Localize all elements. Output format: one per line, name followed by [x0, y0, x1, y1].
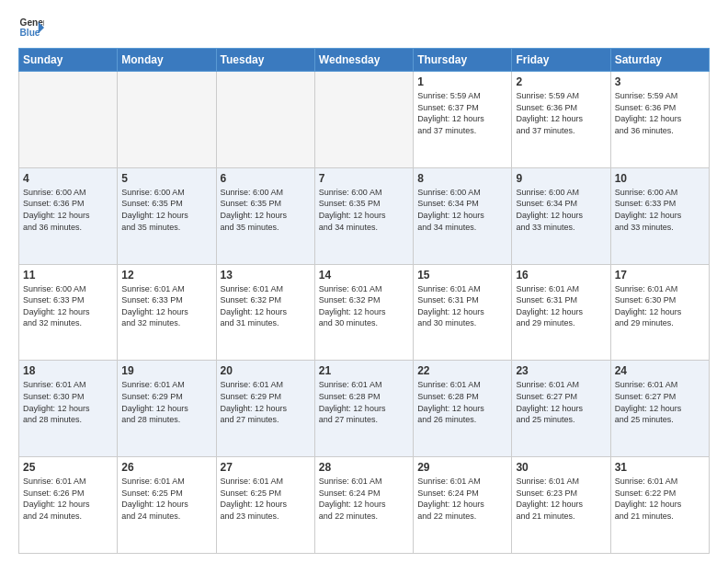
day-number: 1	[417, 75, 507, 88]
day-number: 20	[221, 364, 311, 377]
calendar-day-cell: 10Sunrise: 6:00 AM Sunset: 6:33 PM Dayli…	[610, 167, 709, 264]
calendar-day-cell: 25Sunrise: 6:01 AM Sunset: 6:26 PM Dayli…	[19, 457, 118, 554]
day-number: 31	[615, 461, 705, 474]
page: General Blue SundayMondayTuesdayWednesda…	[0, 0, 728, 563]
day-info: Sunrise: 6:01 AM Sunset: 6:23 PM Dayligh…	[516, 476, 606, 522]
calendar-day-cell: 22Sunrise: 6:01 AM Sunset: 6:28 PM Dayli…	[414, 361, 512, 457]
day-number: 15	[417, 269, 507, 282]
day-number: 25	[23, 461, 113, 474]
day-number: 28	[319, 461, 409, 474]
day-number: 27	[221, 461, 311, 474]
calendar-day-cell: 4Sunrise: 6:00 AM Sunset: 6:36 PM Daylig…	[19, 167, 118, 264]
logo: General Blue	[18, 15, 44, 40]
day-info: Sunrise: 6:01 AM Sunset: 6:28 PM Dayligh…	[417, 379, 507, 425]
day-number: 9	[516, 172, 606, 185]
calendar-week-row: 11Sunrise: 6:00 AM Sunset: 6:33 PM Dayli…	[19, 264, 710, 361]
calendar-day-cell: 31Sunrise: 6:01 AM Sunset: 6:22 PM Dayli…	[610, 457, 709, 554]
calendar-table: SundayMondayTuesdayWednesdayThursdayFrid…	[18, 48, 710, 554]
day-number: 17	[615, 269, 705, 282]
day-number: 2	[516, 75, 606, 88]
day-number: 23	[516, 364, 606, 377]
calendar-day-header: Saturday	[610, 49, 709, 72]
calendar-day-cell: 6Sunrise: 6:00 AM Sunset: 6:35 PM Daylig…	[216, 167, 314, 264]
day-number: 3	[615, 75, 705, 88]
calendar-day-cell: 29Sunrise: 6:01 AM Sunset: 6:24 PM Dayli…	[414, 457, 512, 554]
calendar-day-cell: 21Sunrise: 6:01 AM Sunset: 6:28 PM Dayli…	[314, 361, 413, 457]
calendar-day-cell: 17Sunrise: 6:01 AM Sunset: 6:30 PM Dayli…	[610, 264, 709, 361]
calendar-day-cell: 8Sunrise: 6:00 AM Sunset: 6:34 PM Daylig…	[414, 167, 512, 264]
day-info: Sunrise: 6:00 AM Sunset: 6:33 PM Dayligh…	[615, 187, 705, 233]
day-number: 14	[319, 269, 409, 282]
day-info: Sunrise: 6:00 AM Sunset: 6:35 PM Dayligh…	[121, 187, 211, 233]
calendar-day-header: Tuesday	[216, 49, 314, 72]
calendar-day-cell	[314, 72, 413, 168]
day-number: 24	[615, 364, 705, 377]
day-info: Sunrise: 6:01 AM Sunset: 6:30 PM Dayligh…	[615, 283, 705, 329]
day-number: 29	[417, 461, 507, 474]
day-info: Sunrise: 5:59 AM Sunset: 6:36 PM Dayligh…	[516, 90, 606, 136]
svg-text:Blue: Blue	[20, 28, 40, 38]
calendar-day-cell: 23Sunrise: 6:01 AM Sunset: 6:27 PM Dayli…	[512, 361, 610, 457]
calendar-day-cell: 15Sunrise: 6:01 AM Sunset: 6:31 PM Dayli…	[414, 264, 512, 361]
day-number: 30	[516, 461, 606, 474]
calendar-day-cell: 3Sunrise: 5:59 AM Sunset: 6:36 PM Daylig…	[610, 72, 709, 168]
day-number: 12	[121, 269, 211, 282]
calendar-day-cell: 28Sunrise: 6:01 AM Sunset: 6:24 PM Dayli…	[314, 457, 413, 554]
day-info: Sunrise: 6:01 AM Sunset: 6:27 PM Dayligh…	[615, 379, 705, 425]
calendar-day-cell: 27Sunrise: 6:01 AM Sunset: 6:25 PM Dayli…	[216, 457, 314, 554]
calendar-header-row: SundayMondayTuesdayWednesdayThursdayFrid…	[19, 49, 710, 72]
day-info: Sunrise: 6:00 AM Sunset: 6:35 PM Dayligh…	[319, 187, 409, 233]
day-info: Sunrise: 6:00 AM Sunset: 6:34 PM Dayligh…	[417, 187, 507, 233]
day-info: Sunrise: 6:01 AM Sunset: 6:28 PM Dayligh…	[319, 379, 409, 425]
calendar-week-row: 1Sunrise: 5:59 AM Sunset: 6:37 PM Daylig…	[19, 72, 710, 168]
day-number: 6	[221, 172, 311, 185]
day-info: Sunrise: 6:01 AM Sunset: 6:29 PM Dayligh…	[221, 379, 311, 425]
day-info: Sunrise: 6:01 AM Sunset: 6:33 PM Dayligh…	[121, 283, 211, 329]
calendar-day-cell: 11Sunrise: 6:00 AM Sunset: 6:33 PM Dayli…	[19, 264, 118, 361]
calendar-day-cell: 26Sunrise: 6:01 AM Sunset: 6:25 PM Dayli…	[118, 457, 216, 554]
day-number: 18	[23, 364, 113, 377]
calendar-day-cell: 18Sunrise: 6:01 AM Sunset: 6:30 PM Dayli…	[19, 361, 118, 457]
calendar-day-cell: 12Sunrise: 6:01 AM Sunset: 6:33 PM Dayli…	[118, 264, 216, 361]
calendar-day-header: Monday	[118, 49, 216, 72]
calendar-day-header: Wednesday	[314, 49, 413, 72]
calendar-day-header: Friday	[512, 49, 610, 72]
day-number: 19	[121, 364, 211, 377]
calendar-day-cell: 7Sunrise: 6:00 AM Sunset: 6:35 PM Daylig…	[314, 167, 413, 264]
calendar-day-cell: 16Sunrise: 6:01 AM Sunset: 6:31 PM Dayli…	[512, 264, 610, 361]
day-number: 22	[417, 364, 507, 377]
calendar-day-cell	[19, 72, 118, 168]
day-info: Sunrise: 6:01 AM Sunset: 6:24 PM Dayligh…	[319, 476, 409, 522]
header: General Blue	[18, 15, 710, 40]
day-number: 10	[615, 172, 705, 185]
calendar-day-cell: 24Sunrise: 6:01 AM Sunset: 6:27 PM Dayli…	[610, 361, 709, 457]
calendar-week-row: 4Sunrise: 6:00 AM Sunset: 6:36 PM Daylig…	[19, 167, 710, 264]
calendar-day-cell: 5Sunrise: 6:00 AM Sunset: 6:35 PM Daylig…	[118, 167, 216, 264]
day-info: Sunrise: 6:00 AM Sunset: 6:35 PM Dayligh…	[221, 187, 311, 233]
calendar-day-cell: 30Sunrise: 6:01 AM Sunset: 6:23 PM Dayli…	[512, 457, 610, 554]
day-info: Sunrise: 6:01 AM Sunset: 6:26 PM Dayligh…	[23, 476, 113, 522]
calendar-day-cell	[118, 72, 216, 168]
day-number: 4	[23, 172, 113, 185]
calendar-day-cell: 13Sunrise: 6:01 AM Sunset: 6:32 PM Dayli…	[216, 264, 314, 361]
day-info: Sunrise: 6:01 AM Sunset: 6:25 PM Dayligh…	[221, 476, 311, 522]
day-info: Sunrise: 6:01 AM Sunset: 6:29 PM Dayligh…	[121, 379, 211, 425]
calendar-day-cell	[216, 72, 314, 168]
day-number: 7	[319, 172, 409, 185]
calendar-day-cell: 20Sunrise: 6:01 AM Sunset: 6:29 PM Dayli…	[216, 361, 314, 457]
calendar-day-cell: 19Sunrise: 6:01 AM Sunset: 6:29 PM Dayli…	[118, 361, 216, 457]
day-info: Sunrise: 6:00 AM Sunset: 6:33 PM Dayligh…	[23, 283, 113, 329]
day-number: 16	[516, 269, 606, 282]
day-number: 21	[319, 364, 409, 377]
day-info: Sunrise: 6:00 AM Sunset: 6:34 PM Dayligh…	[516, 187, 606, 233]
day-info: Sunrise: 6:01 AM Sunset: 6:24 PM Dayligh…	[417, 476, 507, 522]
calendar-week-row: 25Sunrise: 6:01 AM Sunset: 6:26 PM Dayli…	[19, 457, 710, 554]
day-info: Sunrise: 6:01 AM Sunset: 6:32 PM Dayligh…	[319, 283, 409, 329]
day-info: Sunrise: 6:01 AM Sunset: 6:31 PM Dayligh…	[417, 283, 507, 329]
day-info: Sunrise: 6:01 AM Sunset: 6:32 PM Dayligh…	[221, 283, 311, 329]
day-info: Sunrise: 6:01 AM Sunset: 6:25 PM Dayligh…	[121, 476, 211, 522]
day-number: 13	[221, 269, 311, 282]
day-number: 26	[121, 461, 211, 474]
day-info: Sunrise: 6:00 AM Sunset: 6:36 PM Dayligh…	[23, 187, 113, 233]
day-info: Sunrise: 6:01 AM Sunset: 6:31 PM Dayligh…	[516, 283, 606, 329]
